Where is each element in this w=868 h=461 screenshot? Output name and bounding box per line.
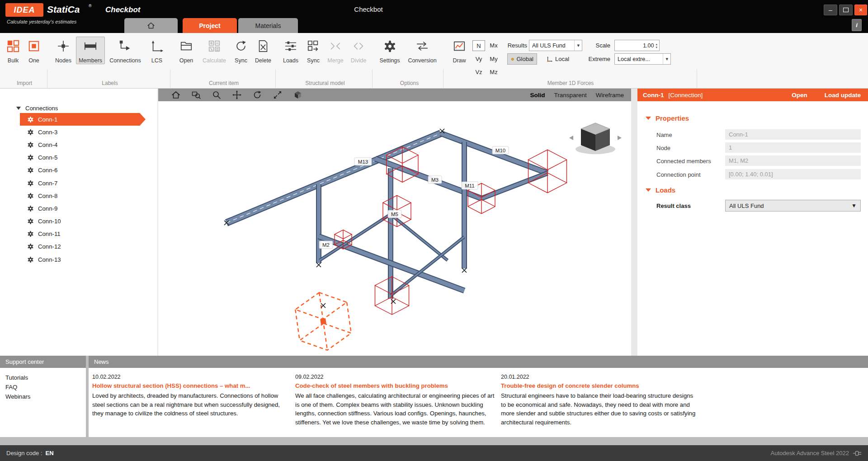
zoom-window-button[interactable] xyxy=(190,89,202,100)
tree-item-conn-12[interactable]: Conn-12 xyxy=(20,240,146,253)
tab-home[interactable] xyxy=(124,18,178,33)
tree-item-conn-10[interactable]: Conn-10 xyxy=(20,215,146,228)
divide-button[interactable]: Divide xyxy=(347,37,370,64)
results-dropdown[interactable]: All ULS Fund ▾ xyxy=(529,40,582,51)
result-class-dropdown[interactable]: All ULS Fund ▼ xyxy=(725,200,861,212)
delete-icon xyxy=(256,38,270,54)
stepper-arrows-icon: ▴▾ xyxy=(656,42,657,49)
loads-section-header[interactable]: Loads xyxy=(646,186,675,194)
tree-item-conn-1[interactable]: Conn-1 xyxy=(20,113,146,126)
scale-stepper[interactable]: 1.00 ▴▾ xyxy=(614,40,660,51)
settings-button[interactable]: Settings xyxy=(376,37,404,64)
tree-item-conn-6[interactable]: Conn-6 xyxy=(20,164,146,177)
open-connection-button[interactable]: Open xyxy=(792,92,807,99)
tutorials-link[interactable]: Tutorials xyxy=(5,374,28,381)
pan-button[interactable] xyxy=(231,89,243,100)
news-title-link[interactable]: Code-check of steel members with bucklin… xyxy=(295,382,448,389)
force-toggle-mx[interactable]: Mx xyxy=(486,40,501,50)
viewport-canvas[interactable]: M13 M10 M3 M11 M5 M2 xyxy=(158,101,631,356)
conversion-button[interactable]: Conversion xyxy=(404,37,441,64)
members-labels-button[interactable]: Members xyxy=(76,37,105,64)
mode-wireframe[interactable]: Wireframe xyxy=(596,92,624,99)
news-title-link[interactable]: Trouble-free design of concrete slender … xyxy=(501,382,639,389)
mode-solid[interactable]: Solid xyxy=(530,92,545,99)
webinars-link[interactable]: Webinars xyxy=(5,393,30,400)
extreme-dropdown[interactable]: Local extre... ▾ xyxy=(614,53,671,65)
connections-list: Conn-1 Conn-3 Conn-4 Conn-5 Conn-6 Conn-… xyxy=(0,113,157,266)
bim-link-app-name: Autodesk Advance Steel 2022 xyxy=(771,450,849,456)
minimize-button[interactable]: – xyxy=(824,5,837,15)
force-toggle-mz[interactable]: Mz xyxy=(486,67,501,77)
steel-frame-geometry xyxy=(224,129,567,354)
tree-item-conn-3[interactable]: Conn-3 xyxy=(20,126,146,138)
tree-item-conn-7[interactable]: Conn-7 xyxy=(20,177,146,189)
global-toggle-button[interactable]: Global xyxy=(507,53,537,65)
prop-label-connected-members: Connected members xyxy=(656,158,711,165)
sync-item-button[interactable]: Sync xyxy=(230,37,252,64)
conversion-arrows-icon xyxy=(415,38,429,54)
rotate-button[interactable] xyxy=(251,89,263,100)
member-label: M11 xyxy=(465,183,475,188)
zoom-fit-button[interactable] xyxy=(272,89,283,100)
tree-item-conn-11[interactable]: Conn-11 xyxy=(20,228,146,240)
home-icon xyxy=(171,90,181,100)
connection-type-tag: [Connection] xyxy=(669,92,703,99)
info-button[interactable]: i xyxy=(852,19,862,31)
tree-item-conn-5[interactable]: Conn-5 xyxy=(20,151,146,164)
connections-labels-button[interactable]: Connections xyxy=(105,37,146,64)
chevron-down-icon: ▾ xyxy=(663,54,670,64)
mode-transparent[interactable]: Transparent xyxy=(554,92,586,99)
gear-icon xyxy=(27,243,34,250)
draw-forces-button[interactable]: Draw xyxy=(447,37,472,64)
prop-value-connected-members[interactable]: M1, M2 xyxy=(725,155,861,166)
connections-icon xyxy=(118,38,132,54)
news-title-link[interactable]: Hollow structural section (HSS) connecti… xyxy=(92,382,250,389)
tree-item-conn-9[interactable]: Conn-9 xyxy=(20,202,146,215)
merge-button[interactable]: Merge xyxy=(324,37,347,64)
prop-value-connection-point[interactable]: [0.00; 1.40; 0.01] xyxy=(725,169,861,179)
news-body: We all face challenges, calculating arch… xyxy=(295,391,495,427)
local-axes-icon xyxy=(547,56,553,62)
sync-model-button[interactable]: Sync xyxy=(302,37,324,64)
delete-item-button[interactable]: Delete xyxy=(252,37,274,64)
local-toggle-button[interactable]: Local xyxy=(543,53,575,65)
nodes-labels-button[interactable]: Nodes xyxy=(51,37,76,64)
member-label: M3 xyxy=(431,177,439,183)
one-import-button[interactable]: One xyxy=(24,37,44,64)
zoom-window-icon xyxy=(191,90,201,100)
prop-value-name[interactable]: Conn-1 xyxy=(725,129,861,140)
zoom-button[interactable] xyxy=(211,89,222,100)
navigation-cube[interactable] xyxy=(569,123,622,154)
viewport-toolbar: Solid Transparent Wireframe xyxy=(158,89,631,101)
force-toggle-vy[interactable]: Vy xyxy=(472,54,486,64)
tree-item-conn-4[interactable]: Conn-4 xyxy=(20,138,146,151)
tab-project[interactable]: Project xyxy=(183,18,237,33)
load-update-button[interactable]: Load update xyxy=(825,92,861,99)
lcs-labels-button[interactable]: LCS xyxy=(146,37,168,64)
tab-materials[interactable]: Materials xyxy=(238,18,298,33)
tree-item-conn-8[interactable]: Conn-8 xyxy=(20,189,146,202)
maximize-button[interactable] xyxy=(839,5,853,15)
news-date: 10.02.2022 xyxy=(92,374,121,380)
gear-icon xyxy=(27,154,34,161)
ribbon-group-current-item: Open Calculate Sync xyxy=(174,33,274,89)
calculate-button[interactable]: Calculate xyxy=(199,37,230,64)
open-item-button[interactable]: Open xyxy=(174,37,199,64)
tree-node-connections[interactable]: Connections xyxy=(0,102,58,114)
member-label: M5 xyxy=(391,212,398,217)
prop-value-node[interactable]: 1 xyxy=(725,142,861,153)
force-toggle-my[interactable]: My xyxy=(486,54,501,64)
checkbot-window: IDEA StatiCa ® Checkbot Calculate yester… xyxy=(0,0,868,461)
tree-item-conn-13[interactable]: Conn-13 xyxy=(20,253,146,266)
display-cube-button[interactable] xyxy=(292,89,304,100)
force-toggle-vz[interactable]: Vz xyxy=(472,67,486,77)
faq-link[interactable]: FAQ xyxy=(5,384,17,390)
properties-section-header[interactable]: Properties xyxy=(646,114,689,122)
bulk-import-button[interactable]: Bulk xyxy=(3,37,24,64)
home-view-button[interactable] xyxy=(170,89,182,100)
close-icon: × xyxy=(859,6,863,14)
close-button[interactable]: × xyxy=(854,5,867,15)
tree-expander-icon[interactable] xyxy=(16,107,21,110)
force-toggle-n[interactable]: N xyxy=(472,40,485,51)
loads-button[interactable]: Loads xyxy=(279,37,302,64)
